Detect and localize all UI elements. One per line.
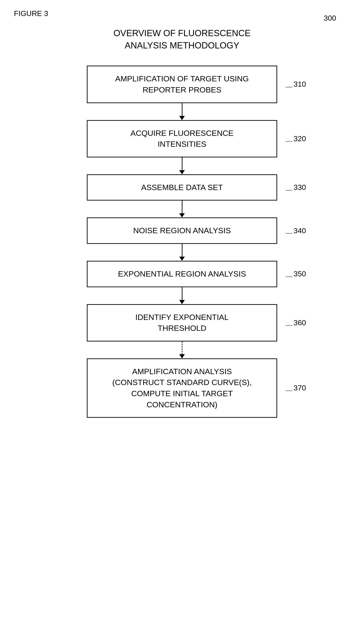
arrow-5: [179, 287, 185, 304]
step-350-text: EXPONENTIAL REGION ANALYSIS: [118, 268, 246, 280]
step-360-label: ⸏ 360: [286, 318, 306, 327]
step-320-wrapper: ACQUIRE FLUORESCENCEINTENSITIES ⸏ 320: [14, 120, 350, 158]
step-330-text: ASSEMBLE DATA SET: [141, 182, 223, 193]
step-340-label: ⸏ 340: [286, 226, 306, 235]
step-310-text: AMPLIFICATION OF TARGET USINGREPORTER PR…: [115, 73, 249, 95]
step-340-text: NOISE REGION ANALYSIS: [133, 225, 231, 236]
step-310-box: AMPLIFICATION OF TARGET USINGREPORTER PR…: [87, 66, 277, 103]
arrow-6-dashed: [179, 342, 185, 358]
step-320-text: ACQUIRE FLUORESCENCEINTENSITIES: [130, 128, 234, 150]
step-360-box: IDENTIFY EXPONENTIALTHRESHOLD: [87, 304, 277, 342]
step-350-box: EXPONENTIAL REGION ANALYSIS: [87, 261, 277, 287]
arrow-1: [179, 103, 185, 120]
figure-label: FIGURE 3: [14, 9, 350, 18]
arrow-3: [179, 200, 185, 218]
step-310-wrapper: AMPLIFICATION OF TARGET USINGREPORTER PR…: [14, 66, 350, 103]
step-310-label: ⸏ 310: [286, 80, 306, 88]
figure-number: 300: [324, 14, 336, 22]
step-370-label: ⸏ 370: [286, 384, 306, 392]
step-350-wrapper: EXPONENTIAL REGION ANALYSIS ⸏ 350: [14, 261, 350, 287]
step-330-box: ASSEMBLE DATA SET: [87, 174, 277, 201]
chart-title: OVERVIEW OF FLUORESCENCE ANALYSIS METHOD…: [113, 27, 251, 52]
step-370-box: AMPLIFICATION ANALYSIS(CONSTRUCT STANDAR…: [87, 358, 277, 418]
step-350-label: ⸏ 350: [286, 270, 306, 278]
step-340-wrapper: NOISE REGION ANALYSIS ⸏ 340: [14, 218, 350, 244]
step-340-box: NOISE REGION ANALYSIS: [87, 218, 277, 244]
step-330-wrapper: ASSEMBLE DATA SET ⸏ 330: [14, 174, 350, 201]
step-330-label: ⸏ 330: [286, 183, 306, 192]
step-370-wrapper: AMPLIFICATION ANALYSIS(CONSTRUCT STANDAR…: [14, 358, 350, 418]
step-360-text: IDENTIFY EXPONENTIALTHRESHOLD: [135, 312, 229, 334]
arrow-4: [179, 244, 185, 261]
step-320-label: ⸏ 320: [286, 134, 306, 143]
step-360-wrapper: IDENTIFY EXPONENTIALTHRESHOLD ⸏ 360: [14, 304, 350, 342]
step-320-box: ACQUIRE FLUORESCENCEINTENSITIES: [87, 120, 277, 158]
step-370-text: AMPLIFICATION ANALYSIS(CONSTRUCT STANDAR…: [112, 366, 252, 410]
arrow-2: [179, 158, 185, 174]
